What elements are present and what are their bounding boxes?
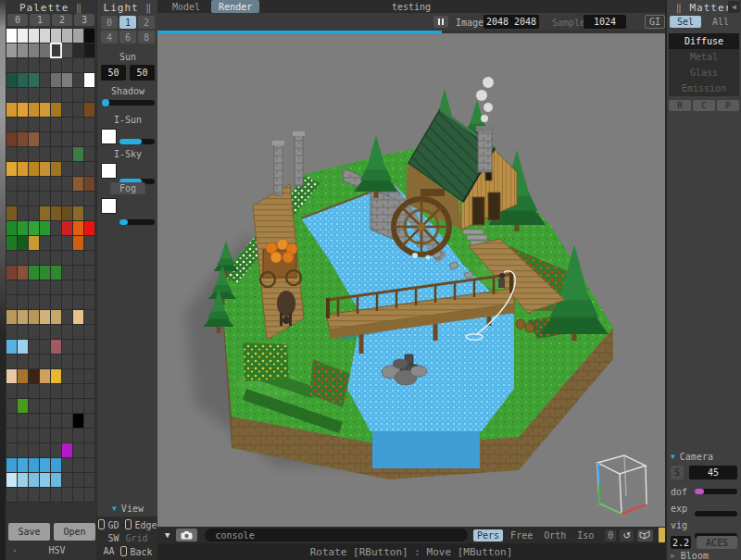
palette-cell[interactable]	[62, 414, 72, 428]
palette-cell[interactable]	[40, 147, 50, 161]
palette-cell[interactable]	[84, 103, 94, 117]
sample-value-field[interactable]: 1024	[584, 15, 626, 29]
palette-cell[interactable]	[51, 325, 61, 339]
palette-cell[interactable]	[29, 369, 39, 383]
palette-cell[interactable]	[62, 147, 72, 161]
matter-mode-glass[interactable]: Glass	[669, 65, 739, 81]
palette-cell[interactable]	[18, 443, 28, 457]
exp-slider[interactable]	[695, 511, 737, 516]
palette-cell[interactable]	[40, 488, 50, 502]
palette-cell[interactable]	[40, 103, 50, 117]
fog-button[interactable]: Fog	[110, 182, 145, 194]
palette-cell[interactable]	[6, 399, 17, 413]
palette-cell[interactable]	[84, 280, 94, 294]
palette-cell[interactable]	[84, 384, 94, 398]
palette-cell[interactable]	[84, 147, 94, 161]
palette-cell[interactable]	[40, 206, 50, 220]
palette-tab-0[interactable]: 0	[7, 14, 28, 26]
palette-cell[interactable]	[40, 266, 50, 280]
palette-cell[interactable]	[40, 221, 50, 235]
projection-tab-iso[interactable]: Iso	[573, 529, 597, 541]
palette-cell[interactable]	[62, 132, 72, 146]
palette-cell[interactable]	[84, 310, 94, 324]
palette-cell[interactable]	[73, 310, 83, 324]
palette-cell[interactable]	[62, 73, 72, 87]
palette-cell[interactable]	[51, 295, 61, 309]
palette-cell[interactable]	[18, 44, 28, 57]
palette-cell[interactable]	[73, 399, 83, 413]
palette-cell[interactable]	[18, 221, 28, 235]
palette-cell[interactable]	[29, 147, 39, 161]
view-collapse-icon[interactable]: ▼	[112, 504, 117, 513]
palette-cell[interactable]	[84, 295, 94, 309]
palette-cell[interactable]	[18, 429, 28, 442]
isun-color-swatch[interactable]	[101, 129, 117, 144]
palette-cell[interactable]	[51, 73, 61, 87]
palette-cell[interactable]	[84, 325, 94, 339]
light-level-2[interactable]: 2	[138, 16, 155, 29]
palette-cell[interactable]	[84, 399, 94, 413]
palette-cell[interactable]	[84, 458, 94, 472]
palette-cell[interactable]	[29, 132, 39, 146]
palette-cell[interactable]	[51, 103, 61, 117]
palette-cell[interactable]	[62, 355, 72, 368]
palette-cell[interactable]	[29, 251, 39, 265]
palette-cell[interactable]	[62, 384, 72, 398]
matter-button-p[interactable]: P	[717, 100, 739, 111]
palette-cell[interactable]	[62, 473, 72, 487]
palette-cell[interactable]	[40, 73, 50, 87]
palette-cell[interactable]	[51, 132, 61, 146]
palette-cell[interactable]	[18, 340, 28, 354]
palette-cell[interactable]	[18, 118, 28, 131]
shadow-slider-knob[interactable]	[102, 99, 109, 106]
palette-cell[interactable]	[29, 473, 39, 487]
palette-cell[interactable]	[73, 414, 83, 428]
palette-cell[interactable]	[40, 295, 50, 309]
palette-cell[interactable]	[6, 236, 17, 250]
palette-cell[interactable]	[40, 251, 50, 265]
palette-cell[interactable]	[51, 192, 61, 205]
palette-cell[interactable]	[84, 236, 94, 250]
palette-cell[interactable]	[29, 44, 39, 57]
open-button[interactable]: Open	[54, 523, 95, 541]
palette-cell[interactable]	[6, 310, 17, 324]
palette-cell[interactable]	[40, 384, 50, 398]
palette-cell[interactable]	[51, 340, 61, 354]
palette-cell[interactable]	[51, 147, 61, 161]
palette-cell[interactable]	[18, 147, 28, 161]
palette-cell[interactable]	[40, 414, 50, 428]
palette-cell[interactable]	[73, 177, 83, 191]
palette-cell[interactable]	[6, 473, 17, 487]
palette-cell[interactable]	[18, 355, 28, 368]
palette-cell[interactable]	[29, 443, 39, 457]
gamma-field[interactable]: 2.2	[671, 536, 691, 549]
palette-cell[interactable]	[6, 414, 17, 428]
palette-cell[interactable]	[62, 251, 72, 265]
palette-cell[interactable]	[6, 340, 17, 354]
palette-tab-1[interactable]: 1	[30, 14, 50, 26]
palette-cell[interactable]	[62, 340, 72, 354]
palette-cell[interactable]	[18, 295, 28, 309]
palette-cell[interactable]	[62, 429, 72, 442]
palette-cell[interactable]	[18, 177, 28, 191]
palette-cell[interactable]	[73, 162, 83, 176]
palette-cell[interactable]	[84, 44, 94, 57]
palette-cell[interactable]	[73, 458, 83, 472]
palette-cell[interactable]	[73, 29, 83, 43]
palette-cell[interactable]	[29, 177, 39, 191]
palette-cell[interactable]	[51, 29, 61, 43]
light-level-8[interactable]: 8	[138, 31, 155, 44]
angle-snap-button[interactable]: 0	[605, 529, 616, 541]
palette-cell[interactable]	[29, 325, 39, 339]
palette-cell[interactable]	[62, 325, 72, 339]
projection-tab-orth[interactable]: Orth	[540, 529, 570, 541]
palette-cell[interactable]	[18, 266, 28, 280]
palette-cell[interactable]	[51, 473, 61, 487]
palette-cell[interactable]	[73, 443, 83, 457]
hsv-row[interactable]: ▸ HSV	[6, 545, 96, 555]
palette-cell[interactable]	[84, 488, 94, 502]
palette-cell[interactable]	[62, 103, 72, 117]
palette-cell[interactable]	[51, 369, 61, 383]
matter-drag-handle[interactable]: ‖	[676, 3, 683, 13]
palette-cell[interactable]	[6, 355, 17, 368]
